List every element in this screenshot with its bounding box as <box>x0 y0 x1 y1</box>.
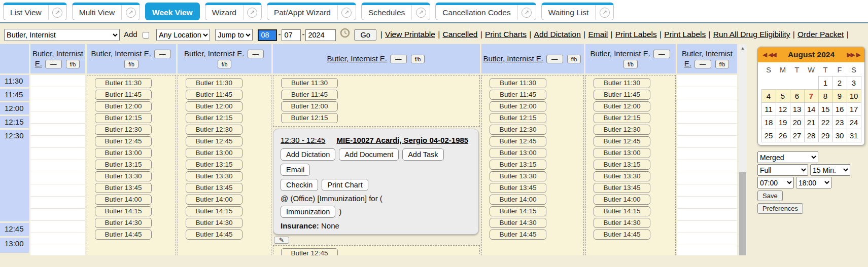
slot-button[interactable]: Butler 14:45 <box>490 230 546 240</box>
tab-cancellation-codes[interactable]: Cancellation Codes↗ <box>435 3 536 20</box>
end-time-select[interactable]: 18:00 <box>796 177 831 188</box>
slot-button[interactable]: Butler 13:30 <box>490 171 546 181</box>
provider-name-link[interactable]: Butler, Internist E. <box>184 49 244 58</box>
slot-button[interactable]: Butler 14:30 <box>490 218 546 228</box>
calendar-day[interactable]: 1 <box>818 77 832 90</box>
open-new-window-button[interactable]: ↗ <box>517 5 536 20</box>
slot-button[interactable]: Butler 13:45 <box>594 183 650 193</box>
slot-button[interactable]: Butler 12:15 <box>281 113 338 123</box>
collapse-column-button[interactable]: — <box>653 50 670 58</box>
slot-button[interactable]: Butler 12:45 <box>490 136 546 146</box>
calendar-day[interactable]: 28 <box>804 129 818 142</box>
slot-button[interactable]: Butler 13:45 <box>186 183 242 193</box>
slot-button[interactable]: Butler 14:15 <box>186 206 242 216</box>
link-run-all-drug-eligibility[interactable]: Run All Drug Eligibility <box>713 30 790 39</box>
slot-button[interactable]: Butler 14:00 <box>186 195 242 205</box>
tab-schedules[interactable]: Schedules↗ <box>361 3 430 20</box>
slot-button[interactable]: Butler 12:30 <box>490 125 546 135</box>
date-day-input[interactable] <box>282 29 301 41</box>
calendar-day[interactable]: 6 <box>790 90 804 103</box>
add-checkbox[interactable] <box>143 32 149 39</box>
calendar-day[interactable]: 8 <box>818 90 832 103</box>
calendar-day[interactable]: 10 <box>847 90 861 103</box>
jump-to-select[interactable]: Jump to <box>215 29 253 41</box>
location-select[interactable]: Any Location <box>156 29 210 41</box>
calendar-day[interactable]: 24 <box>847 116 861 129</box>
slot-button[interactable]: Butler 11:45 <box>490 90 546 100</box>
slot-button[interactable]: Butler 11:30 <box>95 78 152 88</box>
slot-button[interactable]: Butler 12:45 <box>186 136 242 146</box>
email-button[interactable]: Email <box>281 164 310 176</box>
slot-button[interactable]: Butler 12:45 <box>281 248 338 255</box>
open-new-window-button[interactable]: ↗ <box>48 5 66 20</box>
slot-button[interactable]: Butler 12:15 <box>95 113 152 123</box>
fb-button[interactable]: f/b <box>124 60 138 68</box>
tab-pat-appt-wizard[interactable]: Pat/Appt Wizard↗ <box>267 3 356 20</box>
link-cancelled[interactable]: Cancelled <box>443 30 478 39</box>
slot-button[interactable]: Butler 14:30 <box>186 218 242 228</box>
slot-button[interactable]: Butler 14:30 <box>594 218 650 228</box>
slot-button[interactable]: Butler 12:00 <box>95 101 152 111</box>
slot-button[interactable]: Butler 11:30 <box>186 78 242 88</box>
calendar-prev-year-icon[interactable]: ◀◀ <box>768 51 775 58</box>
link-email[interactable]: Email <box>588 30 608 39</box>
calendar-day[interactable]: 5 <box>776 90 790 103</box>
tab-waiting-list[interactable]: Waiting List↗ <box>541 3 614 20</box>
go-button[interactable]: Go <box>354 29 376 41</box>
link-view-printable[interactable]: View Printable <box>385 30 435 39</box>
schedule-scrollbar[interactable]: ▲ <box>739 44 747 255</box>
scrollbar-thumb[interactable] <box>739 172 746 255</box>
calendar-day[interactable]: 21 <box>804 116 818 129</box>
calendar-day[interactable]: 23 <box>832 116 847 129</box>
slot-button[interactable]: Butler 14:00 <box>95 195 152 205</box>
calendar-day[interactable]: 3 <box>847 77 861 90</box>
clock-icon[interactable] <box>340 31 350 40</box>
calendar-day[interactable]: 12 <box>776 103 790 116</box>
fb-button[interactable]: f/b <box>66 60 80 68</box>
collapse-column-button[interactable]: — <box>248 50 264 58</box>
calendar-next-year-icon[interactable]: ▶▶ <box>847 51 854 58</box>
slot-button[interactable]: Butler 12:00 <box>186 101 242 111</box>
slot-button[interactable]: Butler 13:15 <box>490 160 546 170</box>
slot-button[interactable]: Butler 14:15 <box>95 206 152 216</box>
calendar-day[interactable]: 27 <box>790 129 804 142</box>
calendar-day[interactable]: 4 <box>761 90 776 103</box>
calendar-day[interactable]: 19 <box>776 116 790 129</box>
link-print-charts[interactable]: Print Charts <box>485 30 527 39</box>
calendar-day[interactable]: 11 <box>761 103 776 116</box>
edit-appointment-button[interactable]: ✎ <box>274 237 289 244</box>
fb-button[interactable]: f/b <box>218 60 232 68</box>
slot-button[interactable]: Butler 13:30 <box>594 171 650 181</box>
slot-button[interactable]: Butler 12:00 <box>490 101 546 111</box>
slot-button[interactable]: Butler 13:15 <box>186 160 242 170</box>
collapse-column-button[interactable]: — <box>45 60 62 68</box>
collapse-column-button[interactable]: — <box>154 50 171 58</box>
slot-button[interactable]: Butler 11:30 <box>281 78 338 88</box>
calendar-day[interactable]: 31 <box>847 129 861 142</box>
add-task-button[interactable]: Add Task <box>402 148 443 161</box>
print-chart-button[interactable]: Print Chart <box>322 179 368 191</box>
calendar-day[interactable]: 20 <box>790 116 804 129</box>
slot-button[interactable]: Butler 12:15 <box>186 113 242 123</box>
calendar-day[interactable]: 17 <box>847 103 861 116</box>
tab-wizard[interactable]: Wizard↗ <box>205 3 262 20</box>
calendar-next-month-icon[interactable]: ▶ <box>856 51 860 58</box>
open-new-window-button[interactable]: ↗ <box>121 5 140 20</box>
calendar-day[interactable]: 7 <box>804 90 818 103</box>
slot-button[interactable]: Butler 13:30 <box>95 171 152 181</box>
fb-button[interactable]: f/b <box>623 60 638 68</box>
slot-button[interactable]: Butler 12:15 <box>594 113 650 123</box>
view-size-select[interactable]: Full <box>757 164 808 176</box>
merge-mode-select[interactable]: Merged <box>757 151 818 163</box>
provider-name-link[interactable]: Butler, Internist E. <box>91 49 151 58</box>
save-button[interactable]: Save <box>757 190 783 201</box>
collapse-column-button[interactable]: — <box>695 60 711 68</box>
slot-button[interactable]: Butler 11:45 <box>186 90 242 100</box>
slot-button[interactable]: Butler 11:45 <box>594 90 650 100</box>
scroll-up-icon[interactable]: ▲ <box>739 44 747 52</box>
slot-button[interactable]: Butler 12:30 <box>186 125 242 135</box>
start-time-select[interactable]: 07:00 <box>757 177 794 188</box>
slot-button[interactable]: Butler 12:00 <box>594 101 650 111</box>
slot-button[interactable]: Butler 14:00 <box>490 195 546 205</box>
calendar-day[interactable]: 13 <box>790 103 804 116</box>
